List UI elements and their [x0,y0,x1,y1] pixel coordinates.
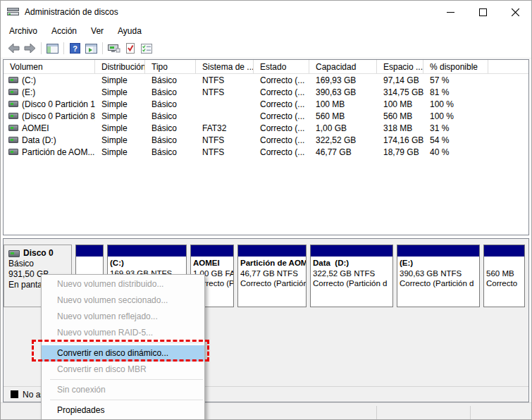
partition-status: Correcto (Partición d [313,278,390,289]
cell-tipo: Básico [145,135,196,145]
cell-sistema: NTFS [196,87,254,97]
volume-row[interactable]: Data (D:) Simple Básico NTFS Correcto (.… [4,134,528,146]
menubar: ArchivoAcciónVerAyuda [1,23,531,39]
partition-size-fs: 322,52 GB NTFS [313,268,390,279]
column-header[interactable]: Distribución [95,60,145,73]
unallocated-swatch [11,390,18,398]
cell-disponible: 57 % [423,75,488,85]
column-header[interactable]: Volumen [4,60,95,73]
partition[interactable]: Data (D:) 322,52 GB NTFS Correcto (Parti… [310,245,393,307]
volume-icon [8,101,18,107]
cell-estado: Correcto (... [254,75,309,85]
partition[interactable]: (E:) 390,63 GB NTFS Correcto (Partición … [397,245,480,307]
volume-row[interactable]: Partición de AOM... Simple Básico NTFS C… [4,146,528,158]
titlebar: Administración de discos [1,1,531,23]
context-menu-item[interactable]: Nuevo volumen RAID-5... [42,325,204,341]
cell-disponible: 40 % [423,147,488,157]
context-menu-item[interactable]: Nuevo volumen seccionado... [42,292,204,309]
partition-name: Partición de AOMEI [240,258,304,268]
column-header[interactable]: Estado [254,60,309,73]
show-console-tree-button[interactable] [44,41,61,56]
forward-button[interactable] [22,41,38,56]
help-button[interactable]: ? [67,41,83,56]
column-header-filler [488,60,528,73]
cell-capacidad: 322,52 GB [309,135,377,145]
cell-capacidad: 169,93 GB [309,75,377,85]
minimize-button[interactable] [434,1,466,23]
column-header[interactable]: Sistema de ... [196,60,254,73]
partition-status: Correcto (Partición [240,278,304,289]
context-menu-item[interactable]: Nuevo volumen distribuido... [42,276,204,292]
statusbar-divider [470,406,471,419]
partition[interactable]: Partición de AOMEI 46,77 GB NTFS Correct… [237,245,307,307]
cell-tipo: Básico [145,99,196,109]
context-menu-item[interactable]: Convertir en disco dinámico... [42,345,204,362]
check-document-button[interactable] [122,41,138,56]
partition-info: (E:) 390,63 GB NTFS Correcto (Partición … [397,258,479,289]
show-action-pane-icon [85,44,97,54]
cell-volumen: Data (D:) [4,135,95,145]
volume-row[interactable]: AOMEI Simple Básico FAT32 Correcto (... … [4,122,528,134]
cell-espacio: 560 MB [377,111,423,121]
menubar-item[interactable]: Acción [44,24,84,38]
menubar-item[interactable]: Archivo [2,24,44,38]
primary-partition-strip [76,245,103,257]
maximize-button[interactable] [466,1,499,23]
cell-volumen: (C:) [4,75,95,85]
context-menu-item[interactable]: Sin conexión [42,382,204,398]
context-menu-item[interactable]: Propiedades [42,402,204,419]
column-header[interactable]: Espacio ... [377,60,423,73]
context-menu-item[interactable]: Convertir en disco MBR [42,362,204,378]
cell-estado: Correcto (... [254,135,309,145]
cell-espacio: 314,75 GB [377,87,423,97]
cell-espacio: 18,79 GB [377,147,423,157]
back-icon [8,43,20,54]
volume-name: Data (D:) [22,135,56,145]
disk-management-app-icon [7,8,19,17]
partition-name: (E:) [400,258,477,268]
cell-disponible: 81 % [423,87,488,97]
cell-tipo: Básico [145,111,196,121]
cell-tipo: Básico [145,75,196,85]
disk-management-window: Administración de discos ArchivoAcciónVe… [0,0,532,420]
checklist-button[interactable] [138,41,154,56]
cell-disponible: 100 % [423,111,488,121]
cell-volumen: AOMEI [4,123,95,133]
partition-name: AOMEI [193,258,231,268]
show-action-pane-button[interactable] [83,41,99,56]
volume-row[interactable]: (Disco 0 Partición 1) Simple Básico Corr… [4,98,528,110]
volume-icon [8,137,18,143]
menubar-item[interactable]: Ayuda [111,24,149,38]
partition-status: Correcto (Partición d [400,278,477,289]
cell-capacidad: 46,77 GB [309,147,377,157]
cell-volumen: Partición de AOM... [4,147,95,157]
volume-row[interactable]: (E:) Simple Básico NTFS Correcto (... 39… [4,86,528,98]
partition-name: Data (D:) [313,258,390,268]
partition-size-fs: 46,77 GB NTFS [240,268,304,279]
column-header[interactable]: Capacidad [309,60,377,73]
cell-distribucion: Simple [95,75,145,85]
cell-capacidad: 100 MB [309,99,377,109]
cell-tipo: Básico [145,87,196,97]
cell-espacio: 100 MB [377,99,423,109]
disk-name: Disco 0 [23,248,54,259]
back-button[interactable] [6,41,22,56]
toolbar: ? [1,39,531,58]
statusbar-divider [376,406,377,419]
volume-row[interactable]: (C:) Simple Básico NTFS Correcto (... 16… [4,74,528,86]
cell-sistema: FAT32 [196,123,254,133]
display-popup-button[interactable] [106,41,122,56]
menubar-item[interactable]: Ver [84,24,111,38]
volume-name: AOMEI [22,123,49,133]
display-popup-icon [108,44,120,54]
cell-volumen: (Disco 0 Partición 8) [4,111,95,121]
partition[interactable]: 560 MB Correcto [483,245,525,307]
volume-rows: (C:) Simple Básico NTFS Correcto (... 16… [4,74,528,158]
volume-row[interactable]: (Disco 0 Partición 8) Simple Básico Corr… [4,110,528,122]
primary-partition-strip [238,245,306,257]
cell-volumen: (Disco 0 Partición 1) [4,99,95,109]
context-menu-item[interactable]: Nuevo volumen reflejado... [42,309,204,325]
close-button[interactable] [499,1,531,23]
column-header[interactable]: % disponible [423,60,488,73]
column-header[interactable]: Tipo [145,60,196,73]
